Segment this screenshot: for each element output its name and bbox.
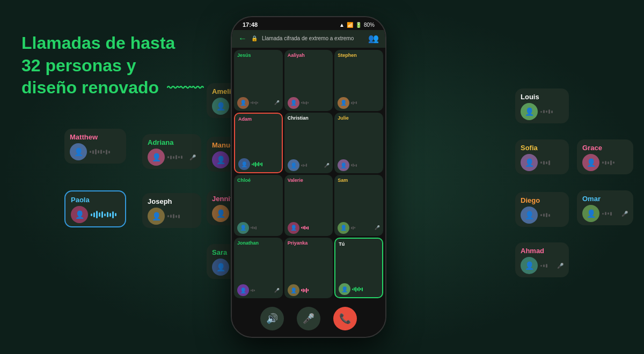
phone-avatar-julie: 👤 xyxy=(338,159,349,171)
card-stephen: Stephen 👤 xyxy=(334,50,383,111)
wave-louis xyxy=(540,109,553,114)
participant-info-matthew: 👤 xyxy=(70,143,121,160)
mic-off-ahmad: 🎤 xyxy=(557,263,564,269)
speaker-button[interactable]: 🔊 xyxy=(260,307,284,330)
participants-grid: Jesús 👤 🎤 Aaliyah 👤 xyxy=(232,48,385,300)
avatar-omar: 👤 xyxy=(582,205,599,222)
phone-mockup: 17:48 ▲ 📶 🔋 80% ← 🔒 Llamada cifrada de e… xyxy=(231,16,386,338)
card-matthew: Matthew 👤 xyxy=(64,129,126,164)
card-chloe: Chloé 👤 xyxy=(234,175,283,236)
card-jonathan: Jonathan 👤 🎤 xyxy=(234,238,283,299)
phone-info-jesus: 👤 🎤 xyxy=(237,97,280,109)
phone-avatar-aaliyah: 👤 xyxy=(288,97,299,109)
battery-icon: 🔋 xyxy=(355,22,362,28)
wave-omar xyxy=(602,212,612,216)
phone-info-jonathan: 👤 🎤 xyxy=(237,284,280,296)
wave-paola xyxy=(91,211,116,218)
wifi-icon: 📶 xyxy=(347,22,353,28)
phone-info-sam: 👤 🎤 xyxy=(338,222,380,234)
phone-participant-jonathan: Jonathan xyxy=(237,240,280,246)
phone-info-stephen: 👤 xyxy=(338,97,380,109)
mic-off-adriana: 🎤 xyxy=(189,154,196,160)
phone-wave-tu xyxy=(352,287,363,292)
headline: Llamadas de hasta 32 personas y diseño r… xyxy=(21,32,204,99)
speaker-icon: 🔊 xyxy=(266,313,278,324)
participant-name-matthew: Matthew xyxy=(70,133,121,141)
phone-mic-jesus: 🎤 xyxy=(274,100,280,105)
app-container: Llamadas de hasta 32 personas y diseño r… xyxy=(0,0,644,354)
phone-mic-christian: 🎤 xyxy=(324,163,330,168)
participant-info-paola: 👤 xyxy=(71,206,120,223)
phone-wave-julie xyxy=(351,164,357,167)
card-jesus: Jesús 👤 🎤 xyxy=(234,50,283,111)
phone-wave-jonathan xyxy=(251,289,255,292)
card-valerie: Valerie 👤 xyxy=(284,175,333,236)
card-diego: Diego 👤 xyxy=(515,192,569,227)
card-omar: Omar 👤 🎤 xyxy=(577,190,633,225)
phone-participant-priyanka: Priyanka xyxy=(288,240,330,246)
end-call-button[interactable]: 📞 xyxy=(333,307,357,330)
participant-info-louis: 👤 xyxy=(521,103,564,120)
wave-grace xyxy=(602,160,614,165)
lock-icon: 🔒 xyxy=(251,35,258,41)
avatar-joseph: 👤 xyxy=(148,208,165,225)
phone-info-tu: 👤 xyxy=(339,283,379,295)
phone-info-julie: 👤 xyxy=(338,159,380,171)
wave-matthew xyxy=(90,149,110,154)
phone-avatar-valerie: 👤 xyxy=(288,222,299,234)
phone-avatar-sam: 👤 xyxy=(338,222,349,234)
phone-participant-jesus: Jesús xyxy=(237,53,280,58)
headline-line2: 32 personas y xyxy=(21,55,204,77)
participant-info-omar: 👤 🎤 xyxy=(582,205,628,222)
mute-button[interactable]: 🎤 xyxy=(297,307,320,330)
wave-ahmad xyxy=(540,264,547,268)
mic-off-omar: 🎤 xyxy=(621,211,628,217)
phone-wave-priyanka xyxy=(301,288,309,293)
phone-wave-valerie xyxy=(301,226,309,230)
phone-info-priyanka: 👤 xyxy=(288,284,330,296)
avatar-louis: 👤 xyxy=(521,103,538,120)
call-title: Llamada cifrada de extremo a extremo xyxy=(262,35,364,41)
card-priyanka: Priyanka 👤 xyxy=(284,238,333,299)
card-ahmad: Ahmad 👤 🎤 xyxy=(515,242,569,277)
add-participant-icon[interactable]: 👥 xyxy=(368,33,379,43)
avatar-sara: 👤 xyxy=(212,259,229,276)
participant-name-joseph: Joseph xyxy=(148,197,196,205)
participant-name-louis: Louis xyxy=(521,93,564,101)
card-paola: Paola 👤 xyxy=(64,190,126,227)
phone-participant-stephen: Stephen xyxy=(338,53,380,58)
card-tu: Tú 👤 xyxy=(334,238,383,299)
status-icons: ▲ 📶 🔋 80% xyxy=(339,22,375,28)
wave-diego xyxy=(540,213,550,217)
phone-participant-christian: Christian xyxy=(288,115,330,121)
avatar-matthew: 👤 xyxy=(70,143,87,160)
status-time: 17:48 xyxy=(243,21,258,28)
headline-line3: diseño renovado 〰〰〰 xyxy=(21,77,204,99)
avatar-adriana: 👤 xyxy=(148,149,165,166)
phone-screen: 17:48 ▲ 📶 🔋 80% ← 🔒 Llamada cifrada de e… xyxy=(232,17,385,337)
participant-name-ahmad: Ahmad xyxy=(521,247,564,255)
card-aaliyah: Aaliyah 👤 xyxy=(284,50,333,111)
phone-info-chloe: 👤 xyxy=(237,222,280,234)
participant-name-paola: Paola xyxy=(71,196,120,204)
wave-adriana xyxy=(167,155,182,159)
card-louis: Louis 👤 xyxy=(515,88,569,123)
card-sam: Sam 👤 🎤 xyxy=(334,175,383,236)
phone-avatar-christian: 👤 xyxy=(288,159,299,171)
participant-name-omar: Omar xyxy=(582,195,628,203)
back-button[interactable]: ← xyxy=(238,34,247,43)
phone-info-christian: 👤 🎤 xyxy=(288,159,330,171)
phone-avatar-jesus: 👤 xyxy=(237,97,249,109)
participant-name-grace: Grace xyxy=(582,144,628,152)
card-grace: Grace 👤 xyxy=(577,139,633,174)
avatar-diego: 👤 xyxy=(521,206,538,224)
phone-wave-chloe xyxy=(251,226,257,230)
participant-name-sofia: Sofia xyxy=(521,144,564,152)
phone-wave-christian xyxy=(301,164,307,167)
avatar-sofia: 👤 xyxy=(521,154,538,171)
battery-percent: 80% xyxy=(364,22,375,28)
participant-info-ahmad: 👤 🎤 xyxy=(521,257,564,274)
wave-joseph xyxy=(167,214,180,218)
phone-avatar-chloe: 👤 xyxy=(237,222,249,234)
phone-participant-sam: Sam xyxy=(338,178,380,183)
